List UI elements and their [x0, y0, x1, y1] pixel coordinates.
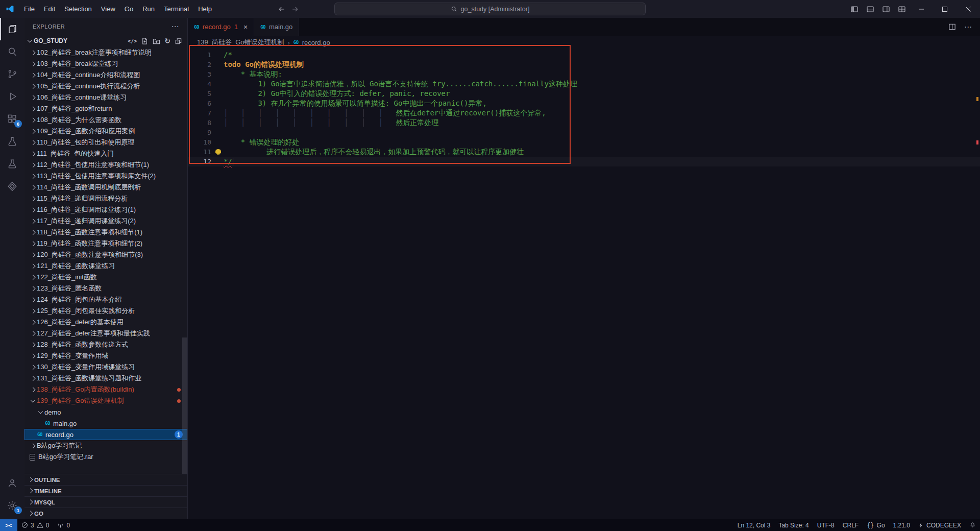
toggle-sidebar-icon[interactable] — [846, 0, 862, 18]
tree-folder[interactable]: 128_尚硅谷_函数参数传递方式 — [24, 339, 187, 350]
tree-folder[interactable]: 125_尚硅谷_闭包最佳实践和分析 — [24, 305, 187, 317]
minimize-button[interactable] — [910, 0, 933, 18]
tree-folder[interactable]: B站go学习笔记 — [24, 440, 187, 451]
tree-folder[interactable]: 107_尚硅谷_goto和return — [24, 103, 187, 114]
menu-terminal[interactable]: Terminal — [159, 0, 193, 18]
tree-folder[interactable]: 126_尚硅谷_defer的基本使用 — [24, 317, 187, 328]
indentation[interactable]: Tab Size: 4 — [774, 519, 813, 531]
testing-icon[interactable] — [0, 130, 24, 153]
panel-timeline[interactable]: TIMELINE — [24, 485, 187, 496]
tree-folder[interactable]: 108_尚硅谷_为什么需要函数 — [24, 114, 187, 126]
codegeex-view-icon[interactable] — [0, 175, 24, 198]
code-editor[interactable]: 1/*2todo Go的错误处理机制3 * 基本说明:4 1) Go语言中追求简… — [188, 49, 980, 519]
tree-folder[interactable]: 121_尚硅谷_函数课堂练习 — [24, 260, 187, 272]
tree-folder[interactable]: 103_尚硅谷_break课堂练习 — [24, 58, 187, 69]
tree-folder[interactable]: 138_尚硅谷_Go内置函数(buildin) — [24, 384, 187, 395]
back-arrow-icon[interactable] — [278, 5, 286, 13]
tree-folder[interactable]: 111_尚硅谷_包的快速入门 — [24, 148, 187, 159]
command-center-search[interactable]: go_study [Administrator] — [334, 3, 646, 15]
codegeex-status[interactable]: CODEGEEX — [914, 519, 965, 531]
menu-go[interactable]: Go — [120, 0, 138, 18]
tree-folder[interactable]: 115_尚硅谷_递归调用流程分析 — [24, 193, 187, 204]
panel-outline[interactable]: OUTLINE — [24, 474, 187, 485]
section-header[interactable]: GO_STUDY </> ↻ — [24, 35, 187, 47]
tree-folder[interactable]: 123_尚硅谷_匿名函数 — [24, 283, 187, 294]
tree-folder[interactable]: 110_尚硅谷_包的引出和使用原理 — [24, 137, 187, 148]
tree-folder[interactable]: 122_尚硅谷_init函数 — [24, 272, 187, 283]
code-line[interactable]: 3 * 基本说明: — [188, 69, 980, 79]
sidebar-scrollbar[interactable] — [182, 337, 187, 474]
account-icon[interactable] — [0, 472, 24, 494]
tree-folder[interactable]: 114_尚硅谷_函数调用机制底层剖析 — [24, 182, 187, 193]
tree-folder[interactable]: 106_尚硅谷_continue课堂练习 — [24, 92, 187, 103]
tree-folder[interactable]: 130_尚硅谷_变量作用域课堂练习 — [24, 361, 187, 373]
menu-help[interactable]: Help — [193, 0, 216, 18]
panel-mysql[interactable]: MYSQL — [24, 496, 187, 508]
language-mode[interactable]: {} Go — [863, 519, 889, 531]
explorer-icon[interactable] — [0, 18, 24, 40]
tree-file[interactable]: GOmain.go — [24, 418, 187, 429]
tab-main.go[interactable]: GOmain.go — [254, 18, 299, 36]
tree-file[interactable]: GOrecord.go1 — [24, 429, 187, 440]
code-line[interactable]: 7│ │ │ │ │ │ │ │ │ │ 然后在defer中通过recover(… — [188, 108, 980, 118]
tree-folder[interactable]: 120_尚硅谷_函数注意事项和细节(3) — [24, 249, 187, 260]
close-icon[interactable]: × — [243, 23, 248, 31]
toggle-panel-icon[interactable] — [862, 0, 878, 18]
cursor-position[interactable]: Ln 12, Col 3 — [733, 519, 775, 531]
editor-more-icon[interactable]: ⋯ — [964, 22, 972, 32]
close-button[interactable] — [957, 0, 980, 18]
menu-view[interactable]: View — [96, 0, 120, 18]
breadcrumb-file[interactable]: record.go — [302, 39, 330, 46]
split-editor-icon[interactable] — [948, 23, 956, 31]
code-line[interactable]: 9 — [188, 128, 980, 137]
go-version[interactable]: 1.21.0 — [889, 519, 914, 531]
customize-layout-icon[interactable] — [894, 0, 910, 18]
code-line[interactable]: 5 2) Go中引入的错误处理方式: defer, panic, recover — [188, 89, 980, 99]
menu-run[interactable]: Run — [138, 0, 159, 18]
tree-folder[interactable]: 131_尚硅谷_函数课堂练习题和作业 — [24, 373, 187, 384]
code-line[interactable]: 11 进行错误处理后，程序不会轻易退出，如果加上预警代码，就可以让程序更加健壮 — [188, 147, 980, 157]
ports-status[interactable]: 0 — [53, 519, 74, 531]
notifications-bell-icon[interactable] — [965, 519, 980, 531]
tree-folder[interactable]: 109_尚硅谷_函数介绍和应用案例 — [24, 126, 187, 137]
code-icon[interactable]: </> — [128, 38, 137, 44]
tree-folder[interactable]: 139_尚硅谷_Go错误处理机制 — [24, 395, 187, 406]
code-line[interactable]: 1/* — [188, 50, 980, 60]
breadcrumb[interactable]: 139_尚硅谷_Go错误处理机制 › GO record.go — [188, 36, 980, 49]
toggle-secondary-sidebar-icon[interactable] — [878, 0, 894, 18]
tree-folder[interactable]: 102_尚硅谷_break注意事项和细节说明 — [24, 47, 187, 58]
menu-edit[interactable]: Edit — [39, 0, 60, 18]
code-line[interactable]: 12*/ — [188, 157, 980, 166]
code-line[interactable]: 4 1) Go语言中追求简洁优雅，所以 Go语言不支持传统 try......c… — [188, 79, 980, 89]
code-line[interactable]: 2todo Go的错误处理机制 — [188, 60, 980, 69]
new-file-icon[interactable] — [141, 37, 149, 45]
panel-go[interactable]: GO — [24, 508, 187, 519]
encoding[interactable]: UTF-8 — [813, 519, 839, 531]
code-line[interactable]: 10 * 错误处理的好处 — [188, 137, 980, 147]
breadcrumb-folder[interactable]: 139_尚硅谷_Go错误处理机制 — [197, 38, 284, 47]
tree-folder[interactable]: 127_尚硅谷_defer注意事项和最佳实践 — [24, 328, 187, 339]
tree-folder[interactable]: demo — [24, 406, 187, 418]
extensions-icon[interactable]: 6 — [0, 108, 24, 130]
tree-folder[interactable]: 116_尚硅谷_递归调用课堂练习(1) — [24, 204, 187, 215]
source-control-icon[interactable] — [0, 63, 24, 85]
settings-gear-icon[interactable]: 1 — [0, 494, 24, 517]
menu-file[interactable]: File — [19, 0, 39, 18]
problems-status[interactable]: 3 0 — [17, 519, 53, 531]
forward-arrow-icon[interactable] — [291, 5, 299, 13]
tree-folder[interactable]: 105_尚硅谷_continue执行流程分析 — [24, 81, 187, 92]
lightbulb-icon[interactable] — [215, 149, 221, 154]
new-folder-icon[interactable] — [153, 37, 160, 45]
remote-indicator[interactable]: >< — [0, 519, 17, 531]
code-line[interactable]: 6 3) 在几个异常的使用场景可以简单描述: Go中抛出一个panic()异常, — [188, 99, 980, 108]
tree-file[interactable]: B站go学习笔记.rar — [24, 451, 187, 463]
tree-folder[interactable]: 119_尚硅谷_函数注意事项和细节(2) — [24, 238, 187, 249]
tree-folder[interactable]: 117_尚硅谷_递归调用课堂练习(2) — [24, 215, 187, 227]
refresh-icon[interactable]: ↻ — [164, 37, 170, 45]
tree-folder[interactable]: 112_尚硅谷_包使用注意事项和细节(1) — [24, 159, 187, 171]
code-line[interactable]: 8│ │ │ │ │ │ │ │ │ │ 然后正常处理 — [188, 118, 980, 128]
views-more-icon[interactable]: ⋯ — [172, 22, 179, 31]
tree-folder[interactable]: 129_尚硅谷_变量作用域 — [24, 350, 187, 361]
tree-folder[interactable]: 104_尚硅谷_continue介绍和流程图 — [24, 69, 187, 81]
tree-folder[interactable]: 118_尚硅谷_函数注意事项和细节(1) — [24, 227, 187, 238]
